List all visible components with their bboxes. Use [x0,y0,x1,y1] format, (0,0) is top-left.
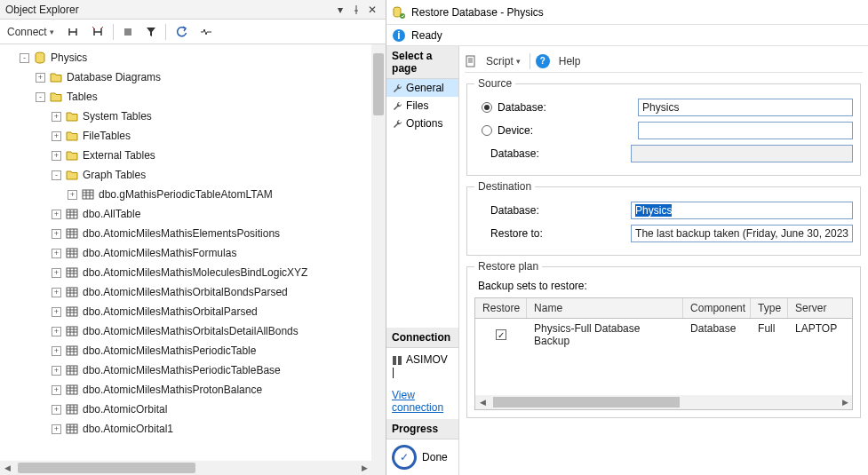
scrollbar-thumb[interactable] [373,53,384,115]
refresh-icon[interactable] [171,22,191,42]
collapse-icon[interactable]: - [20,53,29,63]
expand-icon[interactable]: + [52,366,61,376]
tree-node[interactable]: +External Tables [4,146,371,165]
help-button[interactable]: Help [555,51,585,71]
scroll-right-icon[interactable]: ▶ [357,461,371,475]
wrench-icon [392,100,402,111]
svg-rect-8 [67,307,77,316]
expand-icon[interactable]: + [52,210,61,219]
stop-icon[interactable] [119,22,137,42]
source-database-label: Database: [498,101,633,114]
select-page-header: Select a page [386,46,458,79]
expand-icon[interactable]: + [52,385,61,395]
expand-icon[interactable]: + [52,405,61,415]
collapse-icon[interactable]: - [52,170,61,180]
svg-rect-9 [67,327,77,336]
col-component[interactable]: Component [683,298,751,318]
expand-icon[interactable]: + [52,307,61,317]
page-item-general[interactable]: General [386,79,458,97]
scrollbar-thumb[interactable] [18,463,195,473]
dest-restoreto-input[interactable]: The last backup taken (Friday, June 30, … [631,225,853,242]
tree-node[interactable]: +dbo.AtomicMilesMathisFormulas [4,243,371,263]
expand-icon[interactable]: + [52,151,61,161]
scroll-left-icon[interactable]: ◀ [475,395,490,409]
svg-rect-11 [67,366,77,375]
expand-icon[interactable]: + [52,268,61,278]
activity-monitor-icon[interactable] [196,22,216,42]
tree-node[interactable]: +dbo.AtomicMilesMathisOrbitalParsed [4,302,371,321]
col-type[interactable]: Type [751,298,788,318]
col-server[interactable]: Server [788,298,852,318]
folder-icon [65,148,79,162]
grid-data-row[interactable]: Physics-Full Database Backup Database Fu… [475,319,852,351]
server-icon [392,355,402,366]
view-connection-link[interactable]: View connection [386,384,458,419]
collapse-icon[interactable]: - [36,92,45,102]
tree-node[interactable]: +dbo.AtomicMilesMathisPeriodicTable [4,341,371,360]
table-icon [65,305,79,319]
tree-node-label: dbo.AtomicMilesMathisOrbitalsDetailAllBo… [83,325,299,337]
col-restore[interactable]: Restore [475,298,527,318]
source-database-combo[interactable]: Physics [638,99,853,116]
expand-icon[interactable]: + [36,73,45,83]
horizontal-scrollbar[interactable]: ◀ ▶ [0,461,371,475]
grid-horizontal-scrollbar[interactable]: ◀ ▶ [475,395,852,409]
tree-node[interactable]: +dbo.AtomicMilesMathisPeriodicTableBase [4,360,371,380]
page-item-files[interactable]: Files [386,97,458,115]
vertical-scrollbar[interactable] [371,44,386,461]
tree-node[interactable]: +dbo.AtomicOrbital1 [4,419,371,439]
expand-icon[interactable]: + [68,190,77,200]
disconnect-all-icon[interactable] [88,22,108,42]
expand-icon[interactable]: + [52,131,61,141]
connect-button[interactable]: Connect [4,22,58,42]
window-position-icon[interactable]: ▾ [332,2,348,18]
tree-node[interactable]: +dbo.AtomicOrbital [4,400,371,419]
tree-node[interactable]: +dbo.AtomicMilesMathisOrbitalBondsParsed [4,282,371,302]
tree-node[interactable]: -Graph Tables [4,165,371,185]
page-item-options[interactable]: Options [386,115,458,132]
col-name[interactable]: Name [527,298,683,318]
source-database-radio[interactable] [482,102,492,113]
tree-node[interactable]: +dbo.AtomicMilesMathisMoleculesBindLogic… [4,263,371,282]
cell-restore[interactable] [475,319,527,351]
script-button[interactable]: Script [482,51,524,71]
scroll-right-icon[interactable]: ▶ [838,395,852,409]
connection-header: Connection [386,328,458,348]
tree-node[interactable]: +Database Diagrams [4,67,371,87]
restore-checkbox[interactable] [496,329,506,340]
progress-header: Progress [386,419,458,439]
source-device-input[interactable] [638,122,853,139]
scrollbar-thumb[interactable] [493,397,680,408]
left-panel: Select a page GeneralFilesOptions Connec… [386,46,459,475]
source-device-row: Device: [474,122,853,139]
tree-node[interactable]: +FileTables [4,126,371,146]
tree-node[interactable]: +dbo.gMathisPeriodicTableAtomLTAM [4,185,371,204]
tree-node[interactable]: -Tables [4,87,371,107]
cell-type: Full [751,319,788,351]
source-device-radio[interactable] [482,125,492,136]
tree[interactable]: -Physics+Database Diagrams-Tables+System… [0,44,371,461]
expand-icon[interactable]: + [52,249,61,258]
expand-icon[interactable]: + [52,327,61,336]
svg-rect-13 [67,405,77,414]
tree-node[interactable]: +dbo.AtomicMilesMathisElementsPositions [4,224,371,243]
tree-node[interactable]: +dbo.AtomicMilesMathisProtonBalance [4,380,371,400]
expand-icon[interactable]: + [52,112,61,122]
backup-sets-grid[interactable]: Restore Name Component Type Server Physi… [474,297,853,410]
expand-icon[interactable]: + [52,346,61,356]
filter-icon[interactable] [142,22,160,42]
dest-db-combo[interactable]: Physics [631,202,853,219]
tree-node[interactable]: -Physics [4,48,371,67]
tree-node-label: FileTables [83,130,131,142]
expand-icon[interactable]: + [52,288,61,297]
scroll-left-icon[interactable]: ◀ [0,461,14,475]
expand-icon[interactable]: + [52,229,61,239]
pin-icon[interactable] [348,2,364,18]
tree-node[interactable]: +dbo.AllTable [4,204,371,224]
source-database-row: Database: Physics [474,99,853,116]
expand-icon[interactable]: + [52,424,61,434]
tree-node[interactable]: +System Tables [4,107,371,126]
disconnect-icon[interactable] [63,22,83,42]
tree-node[interactable]: +dbo.AtomicMilesMathisOrbitalsDetailAllB… [4,321,371,341]
close-icon[interactable]: ✕ [364,2,380,18]
